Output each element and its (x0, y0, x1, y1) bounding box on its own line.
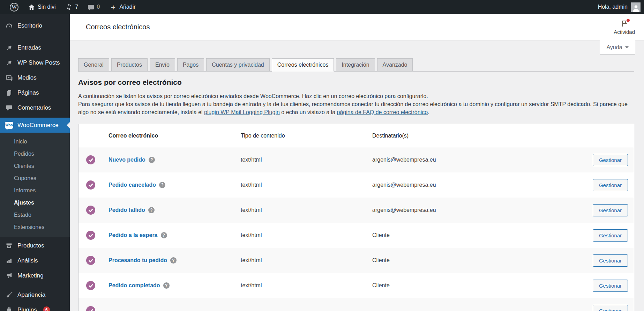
unread-dot (627, 19, 630, 22)
tab-pagos[interactable]: Pagos (177, 58, 204, 72)
sidebar-item-comentarios[interactable]: Comentarios (0, 100, 70, 115)
sidebar-item-plugins[interactable]: Plugins 6 (0, 302, 70, 311)
updates-link[interactable]: 7 (61, 0, 83, 14)
submenu-item-informes[interactable]: Informes (0, 184, 70, 197)
email-settings-link[interactable]: Pedido fallido (108, 207, 145, 213)
help-tip-icon[interactable]: ? (149, 157, 155, 163)
recipient-cell: Cliente (372, 232, 579, 238)
manage-button[interactable]: Gestionar (593, 204, 628, 216)
email-settings-link[interactable]: Pedido a la espera (108, 232, 158, 238)
updates-count: 7 (75, 4, 78, 10)
plugins-icon (5, 306, 13, 311)
manage-button[interactable]: Gestionar (593, 154, 628, 166)
email-settings-link[interactable]: Nuevo pedido (108, 157, 145, 163)
enabled-check-icon (86, 256, 95, 265)
user-silhouette-icon (632, 4, 640, 12)
activity-panel-button[interactable]: Actividad (614, 20, 635, 35)
content-type-cell: text/html (241, 257, 372, 264)
analytics-icon (5, 257, 13, 265)
manage-button[interactable]: Gestionar (593, 254, 628, 267)
add-new-label: Añadir (119, 4, 135, 10)
manage-button[interactable]: Gestionar (593, 280, 628, 292)
sidebar-item-paginas[interactable]: Páginas (0, 85, 70, 100)
tab-integracion[interactable]: Integración (336, 58, 375, 72)
sidebar-item-label: Productos (17, 242, 44, 249)
comments-link[interactable]: 0 (83, 0, 105, 14)
sidebar-item-productos[interactable]: Productos (0, 238, 70, 253)
avatar[interactable] (631, 2, 641, 12)
help-dropdown-button[interactable]: Ayuda (600, 40, 635, 55)
comments-icon (88, 5, 94, 9)
content-type-cell: text/html (241, 232, 372, 238)
email-settings-link[interactable]: Procesando tu pedido (108, 257, 167, 264)
recipient-cell: Cliente (372, 282, 579, 289)
user-greeting[interactable]: Hola, admin (598, 4, 628, 10)
manage-button[interactable]: Gestionar (593, 179, 628, 191)
sidebar-item-label: WooCommerce (17, 122, 59, 129)
enabled-check-icon (86, 180, 95, 190)
sidebar-item-wp-show-posts[interactable]: WP Show Posts (0, 55, 70, 70)
column-header-recipients: Destinatario(s) (372, 133, 579, 139)
plugins-update-badge: 6 (43, 306, 50, 311)
intro-paragraph-2: Para asegurar que los avisos de tu tiend… (78, 100, 634, 116)
wp-mail-logging-link[interactable]: plugin WP Mail Logging Plugin (204, 109, 280, 115)
table-row: Pedido cancelado? text/html argenis@webe… (78, 172, 634, 198)
sidebar-item-label: Entradas (17, 44, 41, 51)
help-tip-icon[interactable]: ? (163, 282, 170, 289)
submenu-item-extensiones[interactable]: Extensiones (0, 221, 70, 233)
new-content-menu[interactable]: ＋ Añadir (105, 0, 140, 14)
site-name-link[interactable]: Sin divi (23, 0, 61, 14)
table-row-partial: Gestionar (78, 298, 634, 311)
submenu-item-clientes[interactable]: Clientes (0, 160, 70, 172)
wordpress-logo-menu[interactable]: W (5, 0, 23, 14)
table-row: Nuevo pedido? text/html argenis@webempre… (78, 147, 634, 172)
sidebar-item-medios[interactable]: Medios (0, 70, 70, 85)
tab-cuentas-y-privacidad[interactable]: Cuentas y privacidad (206, 58, 269, 72)
section-heading: Avisos por correo electrónico (78, 78, 634, 87)
pin-icon (5, 44, 13, 52)
help-tip-icon[interactable]: ? (148, 207, 155, 213)
marketing-icon (5, 272, 13, 280)
sidebar-item-entradas[interactable]: Entradas (0, 40, 70, 55)
help-tip-icon[interactable]: ? (159, 182, 165, 188)
submenu-item-ajustes[interactable]: Ajustes (0, 197, 70, 209)
sidebar-item-analisis[interactable]: Análisis (0, 253, 70, 268)
recipient-cell: argenis@webempresa.eu (372, 207, 579, 213)
sidebar-item-marketing[interactable]: Marketing (0, 268, 70, 283)
updates-icon (66, 3, 73, 10)
page-title: Correos electrónicos (86, 23, 150, 31)
submenu-item-inicio[interactable]: Inicio (0, 135, 70, 148)
sidebar-item-label: WP Show Posts (17, 59, 60, 66)
email-settings-link[interactable]: Pedido cancelado (108, 182, 156, 188)
sidebar-item-label: Marketing (17, 272, 44, 279)
admin-toolbar: W Sin divi 7 0 ＋ Añadir (0, 0, 644, 14)
email-settings-link[interactable]: Pedido completado (108, 282, 160, 289)
enabled-check-icon (86, 155, 95, 164)
table-header-row: Correo electrónico Tipo de contenido Des… (78, 124, 634, 147)
tab-avanzado[interactable]: Avanzado (377, 58, 413, 72)
tab-envio[interactable]: Envío (150, 58, 175, 72)
sidebar-item-label: Apariencia (17, 291, 45, 298)
table-row: Pedido fallido? text/html argenis@webemp… (78, 198, 634, 223)
manage-button[interactable]: Gestionar (593, 229, 628, 242)
dashboard-icon (5, 22, 13, 30)
tab-productos[interactable]: Productos (111, 58, 148, 72)
manage-button[interactable]: Gestionar (593, 305, 628, 311)
email-faq-link[interactable]: página de FAQ de correo electrónico (337, 109, 428, 115)
submenu-item-estado[interactable]: Estado (0, 209, 70, 221)
tab-general[interactable]: General (78, 58, 109, 72)
help-tip-icon[interactable]: ? (161, 232, 167, 238)
table-row: Pedido completado? text/html Cliente Ges… (78, 273, 634, 298)
intro-paragraph-1: A continuación se listan los avisos por … (78, 92, 634, 100)
wordpress-logo-icon: W (10, 3, 18, 12)
submenu-item-cupones[interactable]: Cupones (0, 172, 70, 184)
sidebar-item-woocommerce[interactable]: Woo WooCommerce (0, 118, 70, 133)
column-header-content-type: Tipo de contenido (241, 133, 372, 139)
submenu-item-pedidos[interactable]: Pedidos (0, 148, 70, 160)
enabled-check-icon (86, 206, 95, 215)
enabled-check-icon (86, 231, 95, 240)
sidebar-item-escritorio[interactable]: Escritorio (0, 18, 70, 33)
sidebar-item-apariencia[interactable]: Apariencia (0, 287, 70, 302)
help-tip-icon[interactable]: ? (170, 257, 177, 264)
tab-correos-electronicos[interactable]: Correos electrónicos (272, 58, 334, 72)
